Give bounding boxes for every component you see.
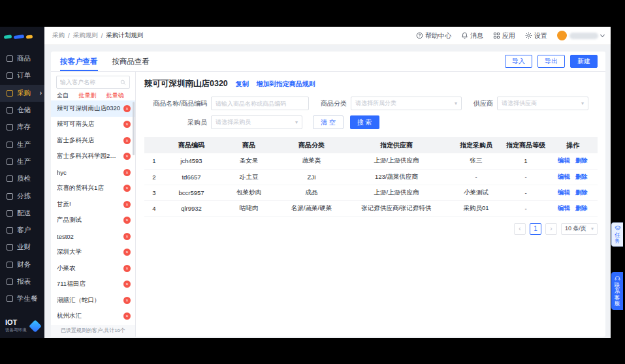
product-name: 圣女果 (219, 153, 279, 169)
remove-customer-icon[interactable]: × (123, 265, 131, 272)
sidebar-item-goods[interactable]: 商品 (0, 50, 44, 67)
remove-customer-icon[interactable]: × (123, 249, 131, 256)
sidebar-item-warehouse[interactable]: 仓储 (0, 102, 44, 119)
edit-link[interactable]: 编辑 (558, 173, 570, 180)
page-number-button[interactable]: 1 (530, 223, 541, 235)
task-floating-button[interactable]: 任务 (611, 222, 623, 247)
sidebar: 商品订单采购›仓储库存生产生产质检分拣配送客户业财财务报表学生餐 IOT 设备与… (0, 27, 44, 338)
row-actions: 编辑删除 (548, 185, 598, 200)
sidebar-item-label: 客户 (17, 226, 31, 235)
remove-customer-icon[interactable]: × (123, 217, 131, 224)
warehouse-icon (7, 107, 13, 114)
product-grade: 1 (504, 153, 548, 169)
customer-item[interactable]: 甘蔗!× (51, 196, 135, 213)
table-row: 3bccr5957包菜炒肉成品上游/上游供应商小菜测试-编辑删除 (144, 185, 598, 200)
sidebar-item-quality[interactable]: 质检 (0, 170, 44, 187)
search-button[interactable]: 搜 索 (350, 115, 379, 129)
remove-customer-icon[interactable]: × (123, 297, 131, 304)
sidebar-item-student-meal[interactable]: 学生餐 (0, 290, 44, 307)
add-to-specified-product-rule-link[interactable]: 增加到指定商品规则 (257, 80, 315, 89)
copy-link[interactable]: 复制 (236, 80, 249, 89)
topbar-action-settings[interactable]: 设置 (525, 31, 547, 40)
assigned-buyer: 小菜测试 (449, 185, 504, 200)
edit-link[interactable]: 编辑 (558, 157, 570, 164)
breadcrumb-item[interactable]: 采购规则 (73, 31, 98, 40)
customer-item[interactable]: 深圳大学× (51, 245, 135, 261)
sidebar-item-label: 报表 (17, 277, 31, 286)
remove-customer-icon[interactable]: × (123, 233, 131, 240)
remove-customer-icon[interactable]: × (123, 185, 131, 192)
column-header: 指定商品等级 (504, 137, 548, 153)
edit-link[interactable]: 编辑 (558, 204, 570, 211)
sidebar-item-sorting[interactable]: 分拣 (0, 187, 44, 204)
production-2-icon (7, 159, 13, 165)
customer-search-input[interactable] (60, 79, 118, 85)
remove-customer-icon[interactable]: × (123, 312, 131, 320)
row-index: 2 (144, 169, 164, 185)
customer-name: 京喜的货科兴1店 (57, 184, 121, 192)
customer-item[interactable]: 辣可可深圳南山店0320× (51, 100, 135, 117)
user-menu[interactable] (557, 31, 604, 40)
sidebar-item-label: 采购 (17, 89, 31, 98)
customer-item[interactable]: 潮膳汇（蛇口）× (51, 292, 135, 309)
sidebar-item-iot[interactable]: IOT 设备与环境 (0, 319, 44, 333)
scrollbar-thumb[interactable] (133, 102, 135, 155)
tab-by-customer[interactable]: 按客户查看 (60, 52, 98, 71)
edit-link[interactable]: 编辑 (558, 189, 570, 196)
customer-item[interactable]: 京喜的货科兴1店× (51, 181, 135, 197)
breadcrumb-item[interactable]: 采购 (52, 31, 65, 40)
import-button[interactable]: 导入 (505, 55, 532, 68)
sidebar-item-customers[interactable]: 客户 (0, 222, 44, 239)
chevron-down-icon: ▾ (295, 119, 298, 125)
sorting-icon (7, 193, 13, 200)
prev-page-button[interactable]: ‹ (514, 223, 526, 235)
remove-customer-icon[interactable]: × (123, 281, 131, 288)
customer-item[interactable]: 小菜农× (51, 260, 135, 277)
customer-item[interactable]: 富士多科兴店× (51, 132, 135, 149)
topbar-action-help-center[interactable]: 帮助中心 (416, 31, 451, 40)
customer-item[interactable]: 富士多科兴科学园2号口1120× (51, 149, 135, 165)
customer-item[interactable]: 产品测试× (51, 213, 135, 229)
sidebar-item-inventory[interactable]: 库存 (0, 119, 44, 136)
delete-link[interactable]: 删除 (575, 157, 588, 164)
sidebar-item-biz-finance[interactable]: 业财 (0, 239, 44, 256)
sidebar-item-production[interactable]: 生产 (0, 136, 44, 153)
sidebar-item-orders[interactable]: 订单 (0, 67, 44, 84)
page-size-select[interactable]: 10 条/页 ▾ (561, 223, 598, 235)
product-category: 蔬菜类 (279, 153, 344, 169)
delete-link[interactable]: 删除 (575, 189, 588, 196)
next-page-button[interactable]: › (545, 223, 557, 235)
delete-link[interactable]: 删除 (575, 173, 588, 180)
remove-customer-icon[interactable]: × (123, 201, 131, 208)
product-name-input[interactable] (211, 97, 309, 110)
delete-link[interactable]: 删除 (575, 204, 588, 211)
remove-customer-icon[interactable]: × (123, 137, 131, 144)
remove-customer-icon[interactable]: × (123, 153, 131, 160)
topbar-action-apps[interactable]: 应用 (493, 31, 515, 40)
sidebar-item-finance[interactable]: 财务 (0, 256, 44, 273)
sidebar-item-purchase[interactable]: 采购› (0, 85, 44, 102)
sidebar-item-reports[interactable]: 报表 (0, 273, 44, 290)
customer-name: 潮膳汇（蛇口） (57, 296, 121, 305)
contact-service-floating-button[interactable]: 联系客服 (611, 272, 623, 310)
category-select[interactable]: 请选择所属分类 ▾ (351, 97, 462, 110)
sidebar-item-delivery[interactable]: 配送 (0, 205, 44, 222)
supplier-label: 供应商 (473, 99, 493, 108)
customer-item[interactable]: test02× (51, 228, 135, 245)
remove-customer-icon[interactable]: × (123, 105, 131, 112)
customer-item[interactable]: 711福田店× (51, 277, 135, 293)
page-content: 按客户查看 按商品查看 导入 导出 新建 全自动 批量删除 (44, 45, 611, 338)
create-button[interactable]: 新建 (570, 55, 598, 68)
export-button[interactable]: 导出 (537, 55, 565, 68)
customer-item[interactable]: 辣可可南头店× (51, 117, 135, 133)
customer-item[interactable]: 杭州水汇× (51, 309, 135, 325)
clear-button[interactable]: 清 空 (313, 115, 344, 129)
remove-customer-icon[interactable]: × (123, 169, 131, 176)
supplier-select[interactable]: 请选择供应商 ▾ (497, 97, 588, 110)
topbar-action-messages[interactable]: 消息 (461, 31, 483, 40)
remove-customer-icon[interactable]: × (123, 121, 131, 128)
tab-by-product[interactable]: 按商品查看 (112, 52, 150, 71)
customer-item[interactable]: hyc× (51, 164, 135, 181)
buyer-select[interactable]: 请选择采购员 ▾ (211, 115, 302, 129)
sidebar-item-production-2[interactable]: 生产 (0, 153, 44, 170)
